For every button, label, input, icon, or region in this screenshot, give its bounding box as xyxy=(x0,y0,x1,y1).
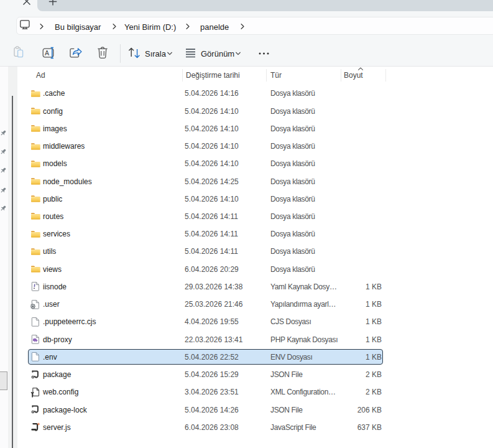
svg-text:A: A xyxy=(45,49,49,57)
